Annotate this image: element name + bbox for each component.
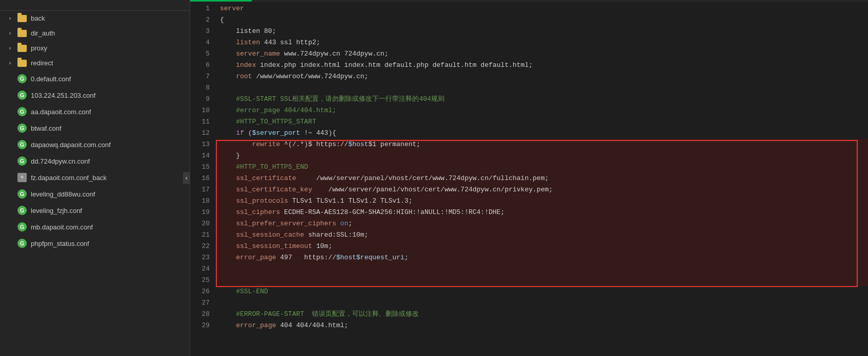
sidebar-item-leveling_fzjh-conf[interactable]: Gleveling_fzjh.conf <box>0 202 190 219</box>
code-line-2: { <box>216 14 868 26</box>
g-file-icon: G <box>17 206 27 215</box>
line-number-20: 20 <box>190 218 210 229</box>
g-file-icon: G <box>17 123 27 133</box>
code-line-28: #ERROR-PAGE-START 错误页配置，可以注释、删除或修改 <box>216 309 868 320</box>
line-number-8: 8 <box>190 82 210 94</box>
line-number-19: 19 <box>190 207 210 218</box>
g-file-icon: G <box>17 74 27 83</box>
code-line-27 <box>216 297 868 309</box>
line-number-17: 17 <box>190 184 210 195</box>
line-number-14: 14 <box>190 150 210 162</box>
sidebar-items: ›back›dir_auth›proxy›redirectG0.default.… <box>0 11 190 252</box>
sidebar-item-label: aa.dapaoit.com.conf <box>31 108 91 116</box>
code-line-29: error_page 404 404/404.html; <box>216 320 868 331</box>
code-line-14: } <box>216 150 868 162</box>
g-file-icon: G <box>17 239 27 248</box>
editor-content[interactable]: 1234567891011121314151617181920212223242… <box>190 2 868 356</box>
line-number-18: 18 <box>190 195 210 207</box>
editor-wrapper: ‹ 12345678910111213141516171819202122232… <box>190 0 868 356</box>
line-number-28: 28 <box>190 309 210 320</box>
folder-icon <box>17 15 27 22</box>
code-line-15: #HTTP_TO_HTTPS_END <box>216 162 868 173</box>
sidebar-item-label: leveling_dd88wu.conf <box>31 190 95 198</box>
folder-icon <box>17 45 27 52</box>
line-number-26: 26 <box>190 286 210 297</box>
code-line-11: #HTTP_TO_HTTPS_START <box>216 116 868 128</box>
line-number-29: 29 <box>190 320 210 331</box>
line-number-2: 2 <box>190 14 210 26</box>
line-number-9: 9 <box>190 94 210 105</box>
sidebar-item-label: btwaf.conf <box>31 124 61 132</box>
code-line-17: ssl_certificate_key /www/server/panel/vh… <box>216 184 868 195</box>
code-line-21: ssl_session_cache shared:SSL:10m; <box>216 229 868 241</box>
code-line-8 <box>216 82 868 94</box>
sidebar-item-0-default-conf[interactable]: G0.default.conf <box>0 70 190 87</box>
code-line-12: if ($server_port !~ 443){ <box>216 128 868 139</box>
editor-area: 1234567891011121314151617181920212223242… <box>190 0 868 356</box>
g-file-icon: G <box>17 91 27 100</box>
collapse-sidebar-button[interactable]: ‹ <box>183 172 190 184</box>
sidebar-item-aa-dapaoit-com-conf[interactable]: Gaa.dapaoit.com.conf <box>0 103 190 120</box>
sidebar-item-fz-dapaoit-com-conf_back[interactable]: ≡fz.dapaoit.com.conf_back <box>0 169 190 186</box>
plain-file-icon: ≡ <box>17 173 27 182</box>
code-area[interactable]: server{ listen 80; listen 443 ssl http2;… <box>216 2 868 356</box>
chevron-right-icon: › <box>8 15 14 22</box>
sidebar-item-label: redirect <box>31 59 53 67</box>
sidebar-item-label: proxy <box>31 44 47 52</box>
line-number-16: 16 <box>190 173 210 184</box>
code-line-4: listen 443 ssl http2; <box>216 37 868 48</box>
file-sidebar: ›back›dir_auth›proxy›redirectG0.default.… <box>0 0 190 356</box>
sidebar-item-103-224-251-203-conf[interactable]: G103.224.251.203.conf <box>0 87 190 103</box>
line-number-24: 24 <box>190 263 210 275</box>
code-line-6: index index.php index.html index.htm def… <box>216 60 868 71</box>
line-number-10: 10 <box>190 105 210 116</box>
sidebar-item-leveling_dd88wu-conf[interactable]: Gleveling_dd88wu.conf <box>0 186 190 202</box>
code-line-16: ssl_certificate /www/server/panel/vhost/… <box>216 173 868 184</box>
sidebar-item-back[interactable]: ›back <box>0 11 190 26</box>
code-line-18: ssl_protocols TLSv1 TLSv1.1 TLSv1.2 TLSv… <box>216 195 868 207</box>
sidebar-item-dir_auth[interactable]: ›dir_auth <box>0 26 190 41</box>
code-line-23: error_page 497 https://$host$request_uri… <box>216 252 868 263</box>
code-line-9: #SSL-START SSL相关配置，请勿删除或修改下一行带注释的404规则 <box>216 94 868 105</box>
sidebar-item-label: 0.default.conf <box>31 75 71 83</box>
code-line-7: root /www/wwwroot/www.724dpyw.cn; <box>216 71 868 82</box>
sidebar-item-phpfpm_status-conf[interactable]: Gphpfpm_status.conf <box>0 235 190 252</box>
code-line-10: #error_page 404/404.html; <box>216 105 868 116</box>
sidebar-item-label: dd.724dpyw.cn.conf <box>31 157 90 165</box>
line-number-5: 5 <box>190 48 210 60</box>
code-line-3: listen 80; <box>216 26 868 37</box>
sidebar-item-label: back <box>31 14 45 22</box>
sidebar-item-label: dapaowq.dapaoit.com.conf <box>31 141 110 149</box>
code-line-24 <box>216 263 868 275</box>
sidebar-item-label: leveling_fzjh.conf <box>31 207 82 215</box>
line-number-27: 27 <box>190 297 210 309</box>
line-number-3: 3 <box>190 26 210 37</box>
sidebar-item-label: dir_auth <box>31 29 55 37</box>
active-tab-indicator <box>190 0 252 2</box>
sidebar-item-proxy[interactable]: ›proxy <box>0 41 190 56</box>
code-line-1: server <box>216 3 868 14</box>
folder-icon <box>17 60 27 67</box>
sidebar-item-label: 103.224.251.203.conf <box>31 92 96 99</box>
code-line-20: ssl_prefer_server_ciphers on; <box>216 218 868 229</box>
code-line-25 <box>216 275 868 286</box>
g-file-icon: G <box>17 107 27 116</box>
sidebar-item-label: phpfpm_status.conf <box>31 240 89 247</box>
folder-icon <box>17 30 27 37</box>
line-number-12: 12 <box>190 128 210 139</box>
code-line-26: #SSL-END <box>216 286 868 297</box>
line-number-1: 1 <box>190 3 210 14</box>
sidebar-item-label: mb.dapaoit.com.conf <box>31 223 93 231</box>
sidebar-item-btwaf-conf[interactable]: Gbtwaf.conf <box>0 120 190 136</box>
code-line-19: ssl_ciphers ECDHE-RSA-AES128-GCM-SHA256:… <box>216 207 868 218</box>
line-number-6: 6 <box>190 60 210 71</box>
sidebar-item-dapaowq-dapaoit-com-conf[interactable]: Gdapaowq.dapaoit.com.conf <box>0 136 190 153</box>
sidebar-item-dd-724dpyw-cn-conf[interactable]: Gdd.724dpyw.cn.conf <box>0 153 190 169</box>
line-number-25: 25 <box>190 275 210 286</box>
sidebar-item-mb-dapaoit-com-conf[interactable]: Gmb.dapaoit.com.conf <box>0 219 190 235</box>
sidebar-item-label: fz.dapaoit.com.conf_back <box>31 174 106 182</box>
back-button[interactable] <box>0 0 190 11</box>
code-line-22: ssl_session_timeout 10m; <box>216 241 868 252</box>
code-line-13: rewrite ^(/.*)$ https://$host$1 permanen… <box>216 139 868 150</box>
sidebar-item-redirect[interactable]: ›redirect <box>0 56 190 70</box>
